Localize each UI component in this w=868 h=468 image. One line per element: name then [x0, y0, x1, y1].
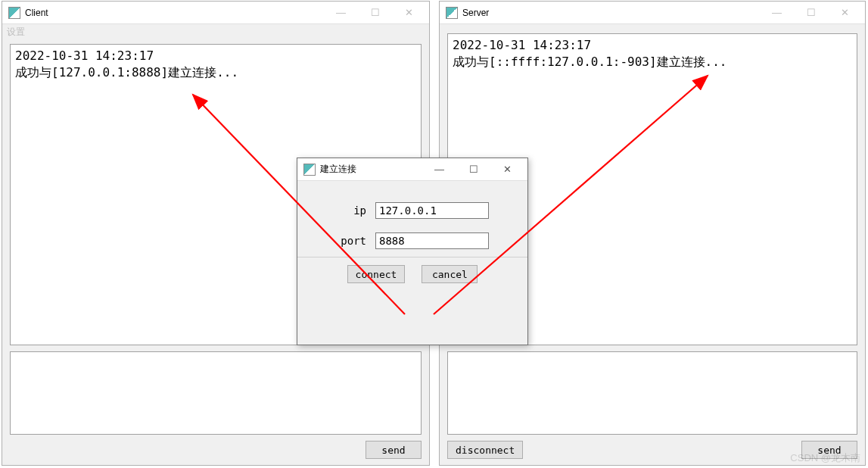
maximize-icon[interactable]: ☐ [794, 2, 828, 23]
client-menubar: 设置 [2, 24, 429, 39]
minimize-icon[interactable]: — [760, 2, 794, 23]
ip-input[interactable] [375, 202, 489, 219]
minimize-icon[interactable]: — [422, 159, 456, 180]
connect-button[interactable]: connect [347, 265, 406, 283]
port-input[interactable] [375, 232, 489, 249]
close-icon[interactable]: ✕ [392, 2, 426, 23]
server-titlebar[interactable]: Server — ☐ ✕ [440, 2, 865, 24]
client-titlebar[interactable]: Client — ☐ ✕ [2, 2, 429, 24]
dialog-titlebar[interactable]: 建立连接 — ☐ ✕ [297, 158, 527, 181]
ip-label: ip [336, 204, 366, 217]
client-title: Client [25, 8, 48, 18]
server-input[interactable] [447, 351, 857, 435]
connect-dialog: 建立连接 — ☐ ✕ ip port connect cancel [297, 158, 528, 345]
app-icon [446, 7, 458, 19]
app-icon [8, 7, 20, 19]
menu-settings[interactable]: 设置 [7, 27, 25, 37]
port-label: port [336, 235, 366, 247]
maximize-icon[interactable]: ☐ [456, 159, 490, 180]
client-send-button[interactable]: send [366, 441, 422, 459]
server-title: Server [462, 8, 489, 18]
maximize-icon[interactable]: ☐ [358, 2, 392, 23]
dialog-title: 建立连接 [320, 163, 356, 176]
client-input[interactable] [10, 351, 422, 435]
close-icon[interactable]: ✕ [490, 159, 524, 180]
cancel-button[interactable]: cancel [422, 265, 478, 283]
minimize-icon[interactable]: — [324, 2, 358, 23]
disconnect-button[interactable]: disconnect [447, 441, 523, 459]
app-icon [303, 164, 316, 176]
watermark: CSDN @龙木南 [790, 451, 860, 465]
close-icon[interactable]: ✕ [828, 2, 862, 23]
